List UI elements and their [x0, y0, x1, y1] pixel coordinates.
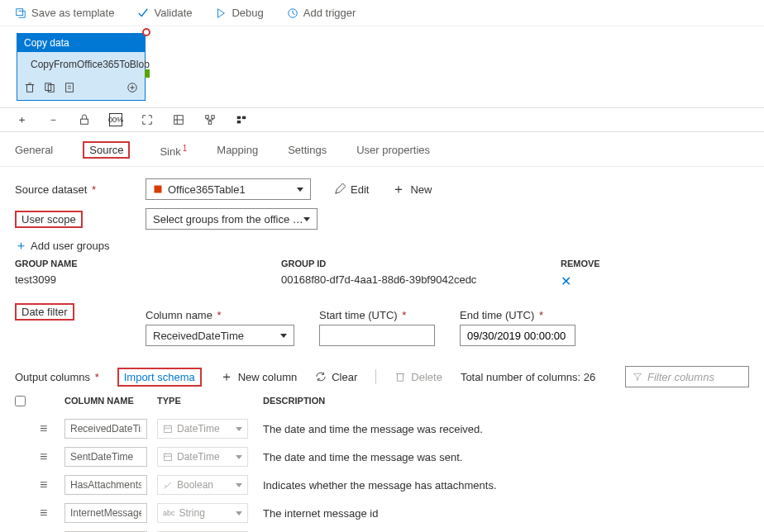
add-trigger-button[interactable]: Add trigger: [287, 7, 356, 19]
column-name-input[interactable]: [64, 475, 147, 495]
save-as-template-button[interactable]: Save as template: [15, 7, 114, 19]
column-name-input[interactable]: [64, 419, 147, 439]
zoom-100-icon[interactable]: 00%: [109, 113, 122, 126]
source-dataset-select[interactable]: Office365Table1: [146, 178, 311, 200]
end-time-input[interactable]: [460, 325, 575, 346]
expand-icon[interactable]: [127, 82, 138, 93]
start-time-input[interactable]: [319, 325, 435, 346]
chevron-down-icon: [236, 427, 242, 431]
group-name-cell: test3099: [15, 273, 281, 289]
column-type-select[interactable]: DateTime: [157, 447, 248, 467]
tab-mapping[interactable]: Mapping: [217, 139, 258, 166]
save-template-label: Save as template: [31, 7, 114, 19]
fullscreen-icon[interactable]: [172, 113, 185, 126]
column-row: ≡ abcString The internet message id: [15, 499, 749, 527]
column-name-input[interactable]: [64, 447, 147, 467]
zoom-out-icon[interactable]: －: [46, 113, 60, 126]
column-type-header: TYPE: [157, 396, 263, 408]
svg-rect-20: [165, 454, 172, 461]
separator: [375, 369, 376, 384]
column-type-select[interactable]: abcString: [157, 503, 248, 523]
validate-label: Validate: [154, 7, 192, 19]
new-dataset-button[interactable]: ＋ New: [392, 181, 432, 198]
column-desc-text: The date and time the message was sent.: [263, 451, 749, 463]
svg-rect-18: [398, 374, 403, 382]
activity-card-wrapper: Copy data CopyFromOffice365ToBlob: [17, 33, 146, 101]
check-icon: [137, 7, 149, 19]
tab-user-properties[interactable]: User properties: [356, 139, 430, 166]
column-type-select[interactable]: DateTime: [157, 419, 248, 439]
office-icon: [153, 184, 163, 194]
group-row: test3099 00168f80-df7d-4aa1-88d6-39bf904…: [15, 268, 749, 294]
column-desc-header: DESCRIPTION: [263, 396, 749, 408]
total-columns-text: Total number of columns: 26: [461, 371, 595, 383]
refresh-icon: [315, 371, 327, 382]
play-icon: [215, 7, 227, 19]
tab-settings[interactable]: Settings: [288, 139, 327, 166]
svg-rect-17: [155, 186, 162, 193]
svg-rect-16: [237, 121, 241, 124]
drag-handle-icon[interactable]: ≡: [40, 421, 64, 436]
clear-columns-button[interactable]: Clear: [315, 371, 357, 383]
zoom-in-icon[interactable]: ＋: [15, 113, 28, 126]
user-scope-select[interactable]: Select groups from the office 365 ten...: [146, 208, 318, 230]
edit-dataset-button[interactable]: Edit: [334, 183, 369, 196]
top-toolbar: Save as template Validate Debug Add trig…: [0, 0, 764, 26]
svg-rect-19: [165, 426, 172, 433]
svg-rect-12: [212, 116, 215, 119]
save-template-icon: [15, 7, 26, 19]
filter-icon: [633, 372, 642, 382]
output-columns-label: Output columns *: [15, 371, 99, 383]
end-time-label: End time (UTC) *: [460, 309, 575, 321]
column-desc-text: The internet message id: [263, 507, 749, 520]
trigger-icon: [287, 7, 298, 19]
date-column-select[interactable]: ReceivedDateTime: [146, 325, 294, 346]
column-type-select[interactable]: Boolean: [157, 475, 248, 495]
debug-label: Debug: [232, 7, 263, 19]
source-form: Source dataset * Office365Table1 Edit ＋ …: [0, 167, 764, 532]
tab-sink[interactable]: Sink1: [160, 139, 187, 166]
chevron-down-icon: [236, 483, 242, 487]
svg-rect-0: [17, 8, 23, 15]
remove-group-button[interactable]: ✕: [561, 273, 571, 289]
group-name-header: GROUP NAME: [15, 259, 281, 268]
clone-icon[interactable]: [44, 82, 55, 93]
drag-handle-icon[interactable]: ≡: [40, 506, 64, 520]
lock-icon[interactable]: [78, 113, 91, 126]
drag-handle-icon[interactable]: ≡: [40, 449, 64, 464]
chevron-down-icon: [236, 511, 242, 515]
start-time-label: Start time (UTC) *: [319, 309, 435, 321]
canvas-icon-bar: ＋ － 00%: [0, 107, 764, 132]
column-desc-text: Indicates whether the message has attach…: [263, 479, 749, 492]
column-row: ≡ DateTime The date and time the message…: [15, 443, 749, 471]
fit-icon[interactable]: [141, 113, 154, 126]
card-header: Copy data: [17, 34, 145, 52]
import-schema-button[interactable]: Import schema: [117, 368, 202, 387]
chevron-down-icon: [280, 334, 287, 338]
tab-general[interactable]: General: [15, 139, 53, 166]
tab-source[interactable]: Source: [83, 139, 130, 166]
snap-icon[interactable]: [235, 113, 248, 126]
output-columns-bar: Output columns * Import schema ＋New colu…: [15, 366, 749, 387]
debug-button[interactable]: Debug: [215, 7, 263, 19]
add-user-groups-button[interactable]: ＋ Add user groups: [15, 238, 749, 254]
column-name-input[interactable]: [64, 503, 147, 523]
layout-icon[interactable]: [203, 113, 217, 126]
add-trigger-label: Add trigger: [303, 7, 356, 19]
copy-data-activity-card[interactable]: Copy data CopyFromOffice365ToBlob: [17, 33, 146, 101]
user-scope-label: User scope: [15, 213, 146, 226]
card-output-connector[interactable]: [145, 69, 150, 78]
select-all-checkbox[interactable]: [15, 396, 26, 406]
validate-button[interactable]: Validate: [137, 7, 192, 19]
card-title: CopyFromOffice365ToBlob: [31, 59, 150, 70]
drag-handle-icon[interactable]: ≡: [40, 477, 64, 492]
delete-icon[interactable]: [24, 82, 36, 93]
new-column-button[interactable]: ＋New column: [220, 368, 298, 386]
delete-column-button: Delete: [394, 371, 442, 383]
svg-rect-4: [27, 85, 33, 93]
copy-icon[interactable]: [64, 82, 75, 93]
filter-columns-input[interactable]: Filter columns: [625, 366, 749, 387]
column-name-header: COLUMN NAME: [64, 396, 157, 408]
svg-rect-14: [237, 116, 241, 120]
trash-icon: [394, 371, 406, 382]
